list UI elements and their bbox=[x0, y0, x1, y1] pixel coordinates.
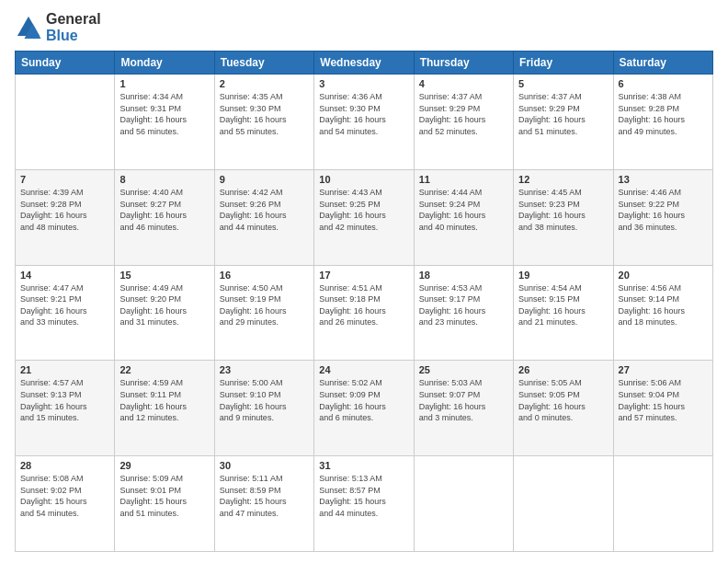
calendar-cell bbox=[414, 456, 513, 552]
day-number: 14 bbox=[20, 270, 109, 281]
day-number: 24 bbox=[319, 364, 408, 375]
day-info: Sunrise: 4:37 AMSunset: 9:29 PMDaylight:… bbox=[419, 91, 508, 137]
calendar-header-row: SundayMondayTuesdayWednesdayThursdayFrid… bbox=[16, 52, 713, 75]
day-info: Sunrise: 5:02 AMSunset: 9:09 PMDaylight:… bbox=[319, 377, 408, 423]
calendar-cell: 31Sunrise: 5:13 AMSunset: 8:57 PMDayligh… bbox=[314, 456, 414, 552]
day-number: 8 bbox=[119, 174, 209, 185]
calendar-cell: 3Sunrise: 4:36 AMSunset: 9:30 PMDaylight… bbox=[314, 75, 414, 170]
calendar-cell: 27Sunrise: 5:06 AMSunset: 9:04 PMDayligh… bbox=[613, 361, 712, 456]
day-info: Sunrise: 4:38 AMSunset: 9:28 PMDaylight:… bbox=[619, 91, 708, 137]
day-number: 21 bbox=[20, 364, 109, 375]
day-number: 23 bbox=[220, 364, 309, 375]
day-number: 4 bbox=[419, 78, 508, 89]
day-info: Sunrise: 4:47 AMSunset: 9:21 PMDaylight:… bbox=[20, 282, 109, 328]
day-number: 25 bbox=[419, 364, 508, 375]
calendar-week-1: 7Sunrise: 4:39 AMSunset: 9:28 PMDaylight… bbox=[16, 169, 713, 265]
day-number: 9 bbox=[220, 174, 309, 185]
calendar-cell: 12Sunrise: 4:45 AMSunset: 9:23 PMDayligh… bbox=[514, 169, 613, 265]
day-number: 3 bbox=[319, 78, 408, 89]
day-number: 18 bbox=[419, 270, 508, 281]
day-info: Sunrise: 4:56 AMSunset: 9:14 PMDaylight:… bbox=[619, 282, 708, 328]
calendar-cell bbox=[613, 456, 712, 552]
day-number: 30 bbox=[220, 460, 309, 471]
day-info: Sunrise: 4:49 AMSunset: 9:20 PMDaylight:… bbox=[119, 282, 209, 328]
day-number: 20 bbox=[619, 270, 708, 281]
calendar-header-sunday: Sunday bbox=[16, 52, 115, 75]
day-info: Sunrise: 4:36 AMSunset: 9:30 PMDaylight:… bbox=[319, 91, 408, 137]
calendar-cell: 25Sunrise: 5:03 AMSunset: 9:07 PMDayligh… bbox=[414, 361, 513, 456]
day-number: 12 bbox=[518, 174, 608, 185]
logo-icon bbox=[15, 14, 42, 41]
calendar-cell: 1Sunrise: 4:34 AMSunset: 9:31 PMDaylight… bbox=[115, 75, 214, 170]
day-number: 16 bbox=[220, 270, 309, 281]
calendar-cell: 30Sunrise: 5:11 AMSunset: 8:59 PMDayligh… bbox=[214, 456, 313, 552]
calendar-cell: 15Sunrise: 4:49 AMSunset: 9:20 PMDayligh… bbox=[115, 265, 214, 361]
day-number: 13 bbox=[619, 174, 708, 185]
calendar-cell: 22Sunrise: 4:59 AMSunset: 9:11 PMDayligh… bbox=[115, 361, 214, 456]
day-number: 31 bbox=[319, 460, 408, 471]
calendar-header-thursday: Thursday bbox=[414, 52, 513, 75]
day-number: 27 bbox=[619, 364, 708, 375]
day-info: Sunrise: 5:08 AMSunset: 9:02 PMDaylight:… bbox=[20, 473, 109, 519]
day-info: Sunrise: 4:39 AMSunset: 9:28 PMDaylight:… bbox=[20, 187, 109, 233]
calendar-cell: 20Sunrise: 4:56 AMSunset: 9:14 PMDayligh… bbox=[613, 265, 712, 361]
day-info: Sunrise: 4:40 AMSunset: 9:27 PMDaylight:… bbox=[119, 187, 209, 233]
calendar-cell: 7Sunrise: 4:39 AMSunset: 9:28 PMDaylight… bbox=[16, 169, 115, 265]
calendar-cell: 18Sunrise: 4:53 AMSunset: 9:17 PMDayligh… bbox=[414, 265, 513, 361]
day-info: Sunrise: 4:59 AMSunset: 9:11 PMDaylight:… bbox=[119, 377, 209, 423]
calendar-cell: 23Sunrise: 5:00 AMSunset: 9:10 PMDayligh… bbox=[214, 361, 313, 456]
calendar-cell: 6Sunrise: 4:38 AMSunset: 9:28 PMDaylight… bbox=[613, 75, 712, 170]
calendar-cell: 10Sunrise: 4:43 AMSunset: 9:25 PMDayligh… bbox=[314, 169, 414, 265]
calendar-header-wednesday: Wednesday bbox=[314, 52, 414, 75]
day-info: Sunrise: 4:54 AMSunset: 9:15 PMDaylight:… bbox=[518, 282, 608, 328]
calendar-cell: 29Sunrise: 5:09 AMSunset: 9:01 PMDayligh… bbox=[115, 456, 214, 552]
day-info: Sunrise: 4:46 AMSunset: 9:22 PMDaylight:… bbox=[619, 187, 708, 233]
calendar-cell: 16Sunrise: 4:50 AMSunset: 9:19 PMDayligh… bbox=[214, 265, 313, 361]
day-info: Sunrise: 4:34 AMSunset: 9:31 PMDaylight:… bbox=[119, 91, 209, 137]
calendar-week-3: 21Sunrise: 4:57 AMSunset: 9:13 PMDayligh… bbox=[16, 361, 713, 456]
day-number: 19 bbox=[518, 270, 608, 281]
logo: GeneralBlue bbox=[15, 11, 101, 43]
calendar-cell: 11Sunrise: 4:44 AMSunset: 9:24 PMDayligh… bbox=[414, 169, 513, 265]
day-info: Sunrise: 4:43 AMSunset: 9:25 PMDaylight:… bbox=[319, 187, 408, 233]
day-number: 22 bbox=[119, 364, 209, 375]
calendar-cell: 4Sunrise: 4:37 AMSunset: 9:29 PMDaylight… bbox=[414, 75, 513, 170]
day-info: Sunrise: 4:45 AMSunset: 9:23 PMDaylight:… bbox=[518, 187, 608, 233]
calendar-cell: 14Sunrise: 4:47 AMSunset: 9:21 PMDayligh… bbox=[16, 265, 115, 361]
calendar-cell: 2Sunrise: 4:35 AMSunset: 9:30 PMDaylight… bbox=[214, 75, 313, 170]
day-info: Sunrise: 5:13 AMSunset: 8:57 PMDaylight:… bbox=[319, 473, 408, 519]
day-number: 2 bbox=[220, 78, 309, 89]
calendar-cell: 9Sunrise: 4:42 AMSunset: 9:26 PMDaylight… bbox=[214, 169, 313, 265]
header: GeneralBlue bbox=[15, 11, 713, 43]
calendar-week-4: 28Sunrise: 5:08 AMSunset: 9:02 PMDayligh… bbox=[16, 456, 713, 552]
day-info: Sunrise: 4:51 AMSunset: 9:18 PMDaylight:… bbox=[319, 282, 408, 328]
day-info: Sunrise: 5:05 AMSunset: 9:05 PMDaylight:… bbox=[518, 377, 608, 423]
calendar-table: SundayMondayTuesdayWednesdayThursdayFrid… bbox=[15, 51, 713, 552]
day-info: Sunrise: 5:11 AMSunset: 8:59 PMDaylight:… bbox=[220, 473, 309, 519]
calendar-cell: 13Sunrise: 4:46 AMSunset: 9:22 PMDayligh… bbox=[613, 169, 712, 265]
day-number: 17 bbox=[319, 270, 408, 281]
calendar-cell: 19Sunrise: 4:54 AMSunset: 9:15 PMDayligh… bbox=[514, 265, 613, 361]
calendar-cell: 28Sunrise: 5:08 AMSunset: 9:02 PMDayligh… bbox=[16, 456, 115, 552]
calendar-cell: 26Sunrise: 5:05 AMSunset: 9:05 PMDayligh… bbox=[514, 361, 613, 456]
day-info: Sunrise: 5:00 AMSunset: 9:10 PMDaylight:… bbox=[220, 377, 309, 423]
calendar-cell: 5Sunrise: 4:37 AMSunset: 9:29 PMDaylight… bbox=[514, 75, 613, 170]
day-info: Sunrise: 5:03 AMSunset: 9:07 PMDaylight:… bbox=[419, 377, 508, 423]
day-number: 1 bbox=[119, 78, 209, 89]
day-info: Sunrise: 4:44 AMSunset: 9:24 PMDaylight:… bbox=[419, 187, 508, 233]
day-info: Sunrise: 5:06 AMSunset: 9:04 PMDaylight:… bbox=[619, 377, 708, 423]
calendar-cell: 8Sunrise: 4:40 AMSunset: 9:27 PMDaylight… bbox=[115, 169, 214, 265]
calendar-cell bbox=[514, 456, 613, 552]
day-info: Sunrise: 4:53 AMSunset: 9:17 PMDaylight:… bbox=[419, 282, 508, 328]
day-info: Sunrise: 4:42 AMSunset: 9:26 PMDaylight:… bbox=[220, 187, 309, 233]
calendar-week-0: 1Sunrise: 4:34 AMSunset: 9:31 PMDaylight… bbox=[16, 75, 713, 170]
day-number: 29 bbox=[119, 460, 209, 471]
calendar-week-2: 14Sunrise: 4:47 AMSunset: 9:21 PMDayligh… bbox=[16, 265, 713, 361]
day-number: 15 bbox=[119, 270, 209, 281]
calendar-header-tuesday: Tuesday bbox=[214, 52, 313, 75]
day-info: Sunrise: 4:35 AMSunset: 9:30 PMDaylight:… bbox=[220, 91, 309, 137]
day-number: 6 bbox=[619, 78, 708, 89]
day-info: Sunrise: 4:37 AMSunset: 9:29 PMDaylight:… bbox=[518, 91, 608, 137]
page: GeneralBlue SundayMondayTuesdayWednesday… bbox=[0, 0, 728, 563]
day-info: Sunrise: 5:09 AMSunset: 9:01 PMDaylight:… bbox=[119, 473, 209, 519]
